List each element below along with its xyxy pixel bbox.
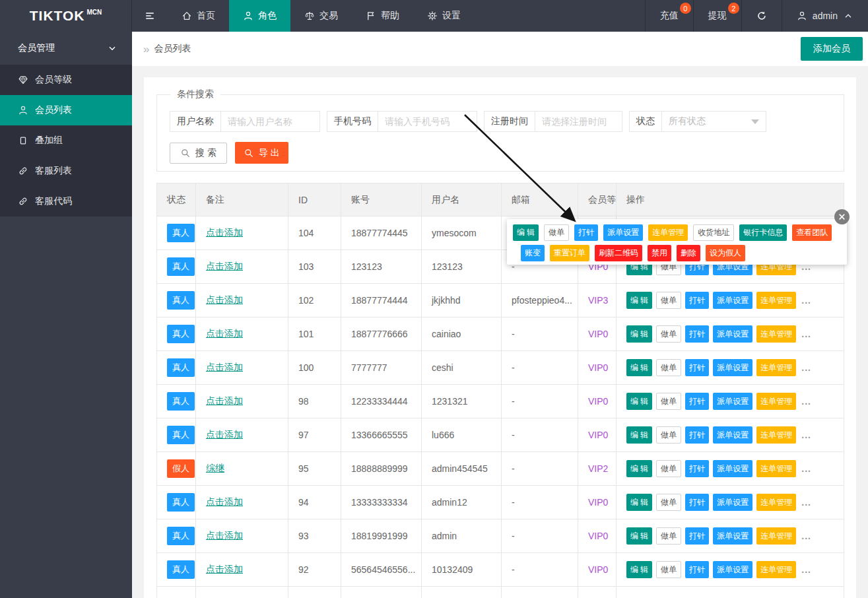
remark-link[interactable]: 点击添加 [206,395,243,407]
nav-item-帮助[interactable]: 帮助 [352,0,413,32]
action-button-打针[interactable]: 打针 [685,359,709,376]
action-button-派单设置[interactable]: 派单设置 [603,224,643,241]
action-button-编辑[interactable]: 编 辑 [626,561,652,578]
nav-item-角色[interactable]: 角色 [229,0,290,32]
action-button-连单管理[interactable]: 连单管理 [756,527,796,545]
export-button[interactable]: 导 出 [235,142,288,164]
action-button-做单[interactable]: 做单 [656,561,681,578]
action-button-派单设置[interactable]: 派单设置 [713,527,752,545]
action-button-打针[interactable]: 打针 [685,494,709,511]
user-menu[interactable]: admin [782,0,868,32]
row-more-actions-button[interactable]: ... [801,430,811,440]
action-button-连单管理[interactable]: 连单管理 [756,426,796,444]
action-button-打针[interactable]: 打针 [574,224,598,241]
action-button-打针[interactable]: 打针 [685,527,709,545]
field-input[interactable] [535,116,622,127]
add-member-button[interactable]: 添加会员 [801,37,863,61]
remark-link[interactable]: 点击添加 [206,227,243,239]
action-button-做单[interactable]: 做单 [656,527,681,545]
remark-link[interactable]: 点击添加 [206,564,243,576]
action-button-刷新二维码[interactable]: 刷新二维码 [595,245,642,261]
nav-item-设置[interactable]: 设置 [413,0,475,32]
row-more-actions-button[interactable]: ... [801,295,811,306]
action-button-打针[interactable]: 打针 [685,561,709,578]
menu-fold-button[interactable] [132,0,168,32]
action-button-做单[interactable]: 做单 [656,292,681,309]
action-button-连单管理[interactable]: 连单管理 [756,494,796,511]
refresh-button[interactable] [741,0,782,32]
action-button-做单[interactable]: 做单 [656,426,681,444]
action-button-编辑[interactable]: 编 辑 [626,494,652,511]
action-button-编辑[interactable]: 编 辑 [626,325,652,343]
remark-link[interactable]: 点击添加 [206,530,243,542]
withdraw-button[interactable]: 提现 2 [693,0,741,32]
action-button-派单设置[interactable]: 派单设置 [713,325,752,343]
action-button-收货地址[interactable]: 收货地址 [693,224,734,241]
action-button-做单[interactable]: 做单 [656,460,681,477]
action-button-设为假人[interactable]: 设为假人 [706,245,745,261]
action-button-连单管理[interactable]: 连单管理 [756,292,796,309]
remark-link[interactable]: 点击添加 [206,362,243,374]
action-button-打针[interactable]: 打针 [685,460,709,477]
action-button-重置订单[interactable]: 重置订单 [550,245,589,261]
action-button-做单[interactable]: 做单 [656,359,681,376]
search-button[interactable]: 搜 索 [170,143,227,164]
action-button-连单管理[interactable]: 连单管理 [756,359,796,376]
action-button-编辑[interactable]: 编 辑 [626,527,652,545]
nav-item-交易[interactable]: 交易 [290,0,352,32]
action-button-派单设置[interactable]: 派单设置 [713,359,752,376]
action-button-做单[interactable]: 做单 [544,224,569,241]
remark-link[interactable]: 点击添加 [206,496,243,508]
action-button-派单设置[interactable]: 派单设置 [713,393,752,410]
action-button-连单管理[interactable]: 连单管理 [648,224,688,241]
status-select-value[interactable]: 所有状态 [662,116,751,127]
row-more-actions-button[interactable]: ... [801,531,811,541]
action-button-连单管理[interactable]: 连单管理 [756,460,796,477]
sidebar-item-叠加组[interactable]: 叠加组 [0,125,132,156]
action-button-打针[interactable]: 打针 [685,292,709,309]
sidebar-group-member-management[interactable]: 会员管理 [0,32,132,65]
action-button-编辑[interactable]: 编 辑 [513,224,539,241]
row-more-actions-button[interactable]: ... [801,463,811,474]
action-button-账变[interactable]: 账变 [521,245,545,261]
popup-close-button[interactable] [834,209,850,224]
action-button-编辑[interactable]: 编 辑 [626,393,652,410]
sidebar-item-客服代码[interactable]: 客服代码 [0,186,132,216]
row-more-actions-button[interactable]: ... [801,396,811,407]
action-button-打针[interactable]: 打针 [685,393,709,410]
remark-link[interactable]: 点击添加 [206,429,243,441]
action-button-派单设置[interactable]: 派单设置 [713,426,752,444]
recharge-button[interactable]: 充值 0 [645,0,693,32]
action-button-连单管理[interactable]: 连单管理 [756,325,796,343]
action-button-派单设置[interactable]: 派单设置 [713,460,752,477]
action-button-连单管理[interactable]: 连单管理 [756,393,796,410]
field-input[interactable] [378,116,477,127]
action-button-编辑[interactable]: 编 辑 [626,359,652,376]
action-button-打针[interactable]: 打针 [685,325,709,343]
remark-link[interactable]: 综继 [206,463,224,475]
action-button-删除[interactable]: 删除 [677,245,700,261]
row-more-actions-button[interactable]: ... [801,329,811,339]
action-button-做单[interactable]: 做单 [656,325,681,343]
sidebar-item-会员列表[interactable]: 会员列表 [0,95,132,125]
sidebar-item-会员等级[interactable]: 会员等级 [0,65,132,95]
action-button-禁用[interactable]: 禁用 [648,245,671,261]
action-button-派单设置[interactable]: 派单设置 [713,494,752,511]
remark-link[interactable]: 点击添加 [206,328,243,340]
action-button-编辑[interactable]: 编 辑 [626,460,652,477]
row-more-actions-button[interactable]: ... [801,497,811,508]
row-more-actions-button[interactable]: ... [801,362,811,373]
action-button-打针[interactable]: 打针 [685,426,709,444]
action-button-做单[interactable]: 做单 [656,494,681,511]
action-button-派单设置[interactable]: 派单设置 [713,292,752,309]
action-button-编辑[interactable]: 编 辑 [626,292,652,309]
action-button-编辑[interactable]: 编 辑 [626,426,652,444]
field-input[interactable] [221,116,319,127]
row-more-actions-button[interactable]: ... [801,564,811,575]
action-button-做单[interactable]: 做单 [656,393,681,410]
remark-link[interactable]: 点击添加 [206,294,243,306]
nav-item-首页[interactable]: 首页 [168,0,229,32]
sidebar-item-客服列表[interactable]: 客服列表 [0,156,132,186]
action-button-银行卡信息[interactable]: 银行卡信息 [739,224,787,241]
action-button-连单管理[interactable]: 连单管理 [756,561,796,578]
